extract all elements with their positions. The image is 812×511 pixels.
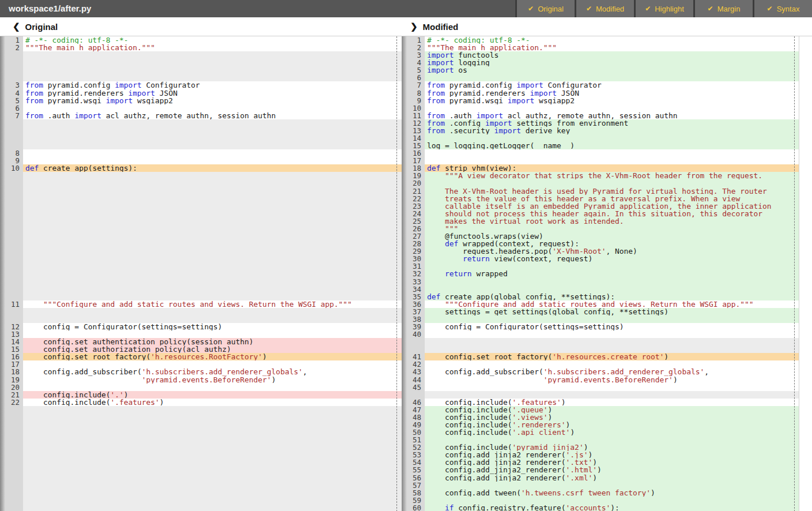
code-line: from pyramid.wsgi import wsgiapp2 bbox=[23, 97, 402, 104]
line-number: 11 bbox=[402, 112, 425, 119]
code-line bbox=[425, 134, 799, 142]
code-row: 7from .auth import acl_authz, remote_aut… bbox=[0, 112, 402, 119]
code-row: 12from .config import settings_from_envi… bbox=[402, 119, 799, 127]
code-row: 39 config = Configurator(settings=settin… bbox=[402, 323, 799, 330]
code-line: # -*- coding: utf-8 -*- bbox=[425, 36, 799, 44]
code-row: 17 bbox=[402, 157, 799, 164]
code-row bbox=[402, 391, 799, 399]
code-line bbox=[425, 391, 799, 399]
code-row: 8from pyramid.renderers import JSON bbox=[402, 89, 799, 97]
code-row: 18 config.add_subscriber('h.subscribers.… bbox=[0, 368, 402, 375]
line-number bbox=[0, 232, 23, 240]
code-line bbox=[23, 474, 402, 482]
code-line: from .config import settings_from_enviro… bbox=[425, 119, 799, 127]
code-line: config.include('pyramid_jinja2') bbox=[425, 444, 799, 451]
code-row: 10def create_app(settings): bbox=[0, 164, 402, 172]
code-row bbox=[0, 285, 402, 293]
diff-view: 1# -*- coding: utf-8 -*-2"""The main h a… bbox=[0, 36, 812, 511]
original-pane[interactable]: 1# -*- coding: utf-8 -*-2"""The main h a… bbox=[0, 36, 402, 511]
line-number: 20 bbox=[402, 179, 425, 187]
code-line bbox=[23, 414, 402, 421]
line-number bbox=[0, 270, 23, 277]
toggle-syntax-button[interactable]: ✔Syntax bbox=[754, 0, 812, 17]
code-row: 20 bbox=[402, 179, 799, 187]
code-row: 38 bbox=[402, 315, 799, 323]
code-line: config.include('.features') bbox=[425, 399, 799, 406]
file-name: workspace1/after.py bbox=[0, 0, 515, 17]
line-number: 46 bbox=[402, 399, 425, 406]
line-number: 45 bbox=[402, 384, 425, 391]
code-row bbox=[0, 262, 402, 270]
code-row: 15log = logging.getLogger(__name__) bbox=[402, 142, 799, 149]
code-line: import os bbox=[425, 66, 799, 74]
code-line bbox=[425, 360, 799, 368]
code-row bbox=[0, 51, 402, 59]
line-number bbox=[402, 391, 425, 399]
code-line bbox=[425, 384, 799, 391]
code-line: config.set_authorization_policy(acl_auth… bbox=[23, 345, 402, 353]
code-line bbox=[23, 134, 402, 142]
toggle-original-button[interactable]: ✔Original bbox=[517, 0, 575, 17]
line-number: 43 bbox=[402, 368, 425, 375]
code-line bbox=[23, 308, 402, 315]
code-row: 12 config = Configurator(settings=settin… bbox=[0, 323, 402, 330]
line-number bbox=[0, 74, 23, 81]
line-number: 38 bbox=[402, 315, 425, 323]
code-line bbox=[425, 482, 799, 489]
line-number: 5 bbox=[402, 66, 425, 74]
line-number bbox=[0, 142, 23, 149]
code-row: 16 config.set_root_factory('h.resources.… bbox=[0, 353, 402, 360]
code-row bbox=[0, 202, 402, 210]
modified-code-rows: 1# -*- coding: utf-8 -*-2"""The main h a… bbox=[402, 36, 799, 511]
code-row: 29 request.headers.pop('X-Vhm-Root', Non… bbox=[402, 247, 799, 255]
line-number: 1 bbox=[0, 36, 23, 44]
line-number: 10 bbox=[0, 164, 23, 172]
code-line bbox=[23, 451, 402, 459]
line-number bbox=[0, 172, 23, 179]
code-line: """The main h application.""" bbox=[23, 44, 402, 51]
line-number bbox=[0, 459, 23, 466]
code-row bbox=[0, 195, 402, 202]
code-line: def create_app(global_config, **settings… bbox=[425, 293, 799, 300]
code-line: log = logging.getLogger(__name__) bbox=[425, 142, 799, 149]
toggle-margin-button[interactable]: ✔Margin bbox=[695, 0, 753, 17]
code-row bbox=[0, 497, 402, 504]
line-number bbox=[0, 255, 23, 262]
code-line bbox=[23, 202, 402, 210]
line-number: 59 bbox=[402, 497, 425, 504]
code-row bbox=[0, 504, 402, 511]
line-number bbox=[0, 466, 23, 474]
code-line: config.include('.views') bbox=[425, 414, 799, 421]
code-row: 45 bbox=[402, 384, 799, 391]
line-number: 33 bbox=[402, 278, 425, 285]
line-number: 21 bbox=[0, 391, 23, 399]
code-line bbox=[23, 247, 402, 255]
line-number bbox=[0, 489, 23, 497]
code-row: 3from pyramid.config import Configurator bbox=[0, 81, 402, 89]
code-row bbox=[0, 451, 402, 459]
code-row: 13from .security import derive_key bbox=[402, 127, 799, 134]
line-number: 5 bbox=[0, 97, 23, 104]
code-line: config.set_root_factory('h.resources.Roo… bbox=[23, 353, 402, 360]
code-line bbox=[23, 217, 402, 225]
code-line bbox=[23, 179, 402, 187]
code-line: """ bbox=[425, 225, 799, 232]
code-row bbox=[402, 338, 799, 345]
line-number bbox=[0, 262, 23, 270]
code-row bbox=[402, 345, 799, 353]
code-row: 43 config.add_subscriber('h.subscribers.… bbox=[402, 368, 799, 375]
toggle-modified-button[interactable]: ✔Modified bbox=[576, 0, 634, 17]
code-row: 23 callable itself is an embedded Pyrami… bbox=[402, 202, 799, 210]
modified-pane[interactable]: 1# -*- coding: utf-8 -*-2"""The main h a… bbox=[402, 36, 812, 511]
line-number bbox=[0, 497, 23, 504]
code-line bbox=[23, 262, 402, 270]
code-row: 28 def wrapped(context, request): bbox=[402, 240, 799, 247]
toggle-highlight-button[interactable]: ✔Highlight bbox=[636, 0, 693, 17]
code-line: return view(context, request) bbox=[425, 255, 799, 262]
code-row: 15 config.set_authorization_policy(acl_a… bbox=[0, 345, 402, 353]
code-line bbox=[23, 74, 402, 81]
code-row bbox=[0, 414, 402, 421]
line-number: 3 bbox=[0, 81, 23, 89]
code-row bbox=[0, 406, 402, 414]
code-line bbox=[23, 384, 402, 391]
